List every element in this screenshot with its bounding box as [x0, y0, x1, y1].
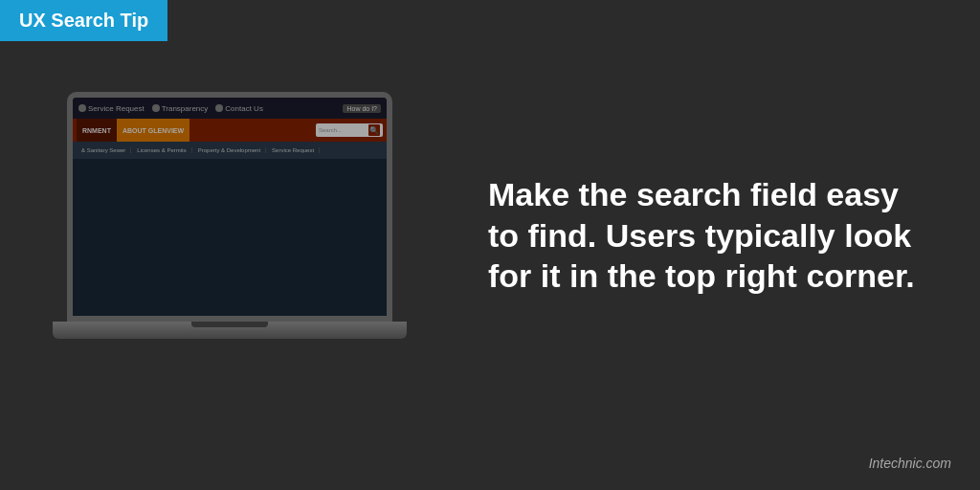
laptop-screen: Service Request Transparency Contact Us …	[67, 92, 392, 322]
right-panel: Make the search field easy to find. User…	[459, 0, 980, 490]
screen-dark-overlay	[73, 98, 387, 316]
brand-label: Intechnic.com	[869, 456, 951, 471]
laptop-base	[53, 322, 407, 339]
ux-tip-badge: UX Search Tip	[0, 0, 167, 41]
main-tip-text: Make the search field easy to find. User…	[488, 174, 932, 297]
left-panel: Service Request Transparency Contact Us …	[0, 0, 459, 490]
laptop-wrapper: Service Request Transparency Contact Us …	[48, 92, 412, 436]
laptop-notch	[191, 322, 268, 327]
